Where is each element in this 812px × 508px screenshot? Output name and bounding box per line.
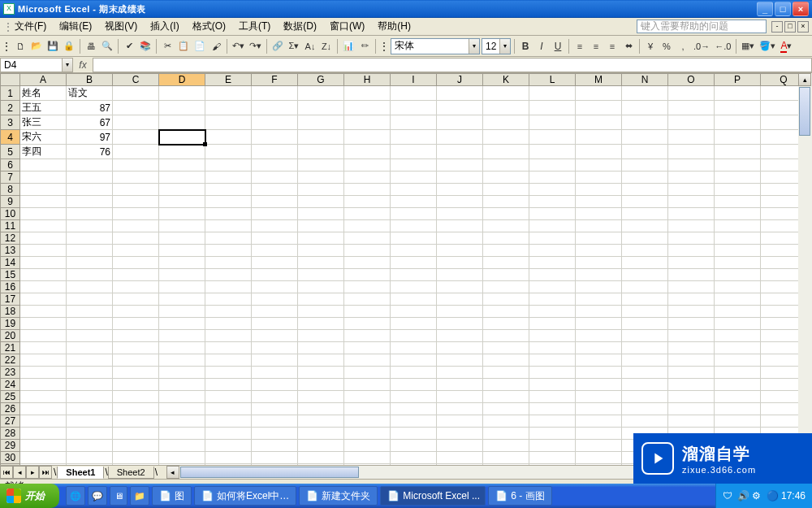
doc-restore-button[interactable]: □ bbox=[784, 21, 796, 33]
cell-H30[interactable] bbox=[344, 452, 391, 464]
cell-G8[interactable] bbox=[298, 184, 344, 196]
cell-F11[interactable] bbox=[252, 220, 298, 232]
cell-F7[interactable] bbox=[252, 172, 298, 184]
cell-J16[interactable] bbox=[437, 281, 483, 293]
cell-C13[interactable] bbox=[113, 245, 159, 257]
cell-D24[interactable] bbox=[159, 379, 205, 391]
cell-F3[interactable] bbox=[252, 115, 298, 130]
cell-G7[interactable] bbox=[298, 172, 344, 184]
cell-H22[interactable] bbox=[344, 354, 391, 367]
cell-B8[interactable] bbox=[67, 184, 113, 196]
menu-item[interactable]: 窗口(W) bbox=[323, 19, 371, 33]
cell-L20[interactable] bbox=[529, 330, 576, 342]
cell-K22[interactable] bbox=[483, 354, 529, 367]
cell-D17[interactable] bbox=[159, 293, 205, 306]
doc-close-button[interactable]: × bbox=[797, 21, 809, 33]
cell-C22[interactable] bbox=[113, 354, 159, 367]
cell-B17[interactable] bbox=[67, 293, 113, 306]
cell-L25[interactable] bbox=[529, 391, 576, 403]
col-header-C[interactable]: C bbox=[113, 74, 159, 86]
cell-L19[interactable] bbox=[529, 318, 576, 330]
cell-H11[interactable] bbox=[344, 220, 391, 232]
cell-K9[interactable] bbox=[483, 196, 529, 208]
cell-J20[interactable] bbox=[437, 330, 483, 342]
cell-C21[interactable] bbox=[113, 342, 159, 354]
cell-A20[interactable] bbox=[20, 330, 67, 342]
cell-J18[interactable] bbox=[437, 306, 483, 318]
cell-J14[interactable] bbox=[437, 257, 483, 269]
cell-I26[interactable] bbox=[391, 403, 437, 415]
cell-B29[interactable] bbox=[67, 440, 113, 452]
sort-desc-button[interactable]: Z↓ bbox=[319, 38, 334, 54]
cell-N2[interactable] bbox=[622, 101, 668, 115]
sum-button[interactable]: Σ▾ bbox=[287, 38, 301, 54]
cell-J21[interactable] bbox=[437, 342, 483, 354]
col-header-A[interactable]: A bbox=[20, 74, 67, 86]
cell-F29[interactable] bbox=[252, 440, 298, 452]
cell-J23[interactable] bbox=[437, 367, 483, 379]
cell-B5[interactable]: 76 bbox=[67, 145, 113, 159]
cell-O13[interactable] bbox=[668, 245, 715, 257]
cell-I1[interactable] bbox=[391, 86, 437, 101]
cell-C5[interactable] bbox=[113, 145, 159, 159]
cell-P15[interactable] bbox=[715, 269, 761, 281]
cell-H8[interactable] bbox=[344, 184, 391, 196]
cell-M17[interactable] bbox=[576, 293, 622, 306]
cell-J30[interactable] bbox=[437, 452, 483, 464]
cell-G4[interactable] bbox=[298, 130, 344, 145]
cell-F14[interactable] bbox=[252, 257, 298, 269]
cell-A18[interactable] bbox=[20, 306, 67, 318]
cell-O17[interactable] bbox=[668, 293, 715, 306]
cell-L1[interactable] bbox=[529, 86, 576, 101]
font-size-select[interactable]: 12▾ bbox=[482, 38, 511, 54]
cell-M6[interactable] bbox=[576, 159, 622, 172]
cell-I17[interactable] bbox=[391, 293, 437, 306]
cell-E10[interactable] bbox=[205, 208, 252, 220]
cell-L8[interactable] bbox=[529, 184, 576, 196]
merge-button[interactable]: ⬌ bbox=[621, 38, 636, 54]
taskbar-item[interactable]: 📄新建文件夹 bbox=[299, 486, 378, 506]
cell-D4[interactable] bbox=[159, 130, 205, 145]
cell-A17[interactable] bbox=[20, 293, 67, 306]
row-header-13[interactable]: 13 bbox=[1, 245, 20, 257]
cell-A19[interactable] bbox=[20, 318, 67, 330]
col-header-B[interactable]: B bbox=[67, 74, 113, 86]
taskbar-item[interactable]: 📄如何将Excel中… bbox=[194, 486, 296, 506]
row-header-25[interactable]: 25 bbox=[1, 391, 20, 403]
cell-G20[interactable] bbox=[298, 330, 344, 342]
cell-C27[interactable] bbox=[113, 415, 159, 428]
cell-F26[interactable] bbox=[252, 403, 298, 415]
cell-J15[interactable] bbox=[437, 269, 483, 281]
cell-K16[interactable] bbox=[483, 281, 529, 293]
cell-H19[interactable] bbox=[344, 318, 391, 330]
doc-minimize-button[interactable]: - bbox=[771, 21, 783, 33]
row-header-27[interactable]: 27 bbox=[1, 415, 20, 428]
cell-K17[interactable] bbox=[483, 293, 529, 306]
menu-item[interactable]: 编辑(E) bbox=[53, 19, 98, 33]
name-box[interactable]: D4▾ bbox=[0, 58, 73, 72]
cell-L27[interactable] bbox=[529, 415, 576, 428]
cell-E25[interactable] bbox=[205, 391, 252, 403]
cell-O18[interactable] bbox=[668, 306, 715, 318]
cell-O22[interactable] bbox=[668, 354, 715, 367]
cell-E9[interactable] bbox=[205, 196, 252, 208]
cell-F9[interactable] bbox=[252, 196, 298, 208]
cell-D27[interactable] bbox=[159, 415, 205, 428]
cell-C1[interactable] bbox=[113, 86, 159, 101]
vertical-scrollbar[interactable]: ▴ ▾ bbox=[798, 73, 812, 465]
cell-A3[interactable]: 张三 bbox=[20, 115, 67, 130]
cell-E17[interactable] bbox=[205, 293, 252, 306]
cell-L18[interactable] bbox=[529, 306, 576, 318]
cell-E28[interactable] bbox=[205, 428, 252, 440]
cell-M22[interactable] bbox=[576, 354, 622, 367]
row-header-6[interactable]: 6 bbox=[1, 159, 20, 172]
cell-E5[interactable] bbox=[205, 145, 252, 159]
preview-button[interactable]: 🔍 bbox=[100, 38, 114, 54]
cell-F8[interactable] bbox=[252, 184, 298, 196]
cell-K12[interactable] bbox=[483, 232, 529, 245]
cell-J2[interactable] bbox=[437, 101, 483, 115]
cell-G30[interactable] bbox=[298, 452, 344, 464]
cell-J5[interactable] bbox=[437, 145, 483, 159]
cell-E29[interactable] bbox=[205, 440, 252, 452]
cell-E15[interactable] bbox=[205, 269, 252, 281]
